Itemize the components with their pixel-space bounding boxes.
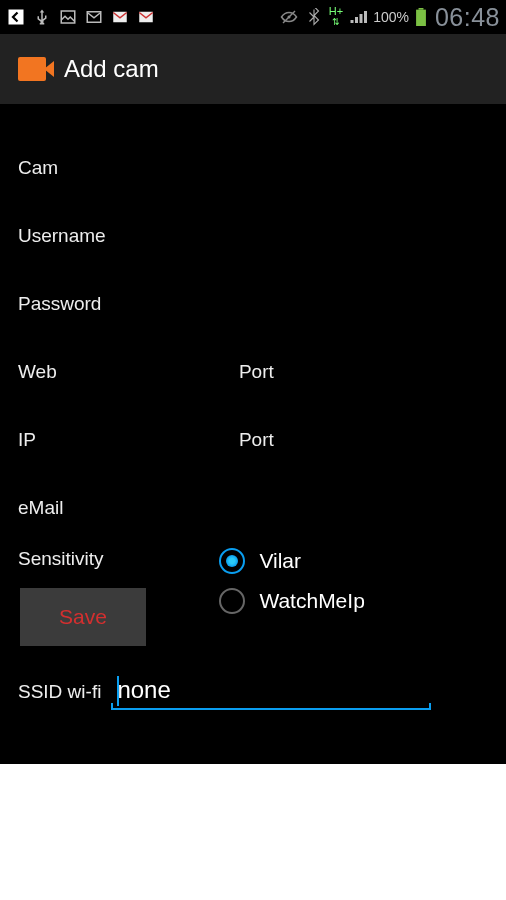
camera-icon [18, 57, 52, 81]
web-port-field[interactable]: Port [239, 361, 488, 383]
password-field[interactable]: Password [18, 270, 488, 338]
usb-icon [32, 7, 52, 27]
ip-port-label: Port [239, 429, 274, 450]
svg-rect-7 [418, 8, 423, 10]
add-cam-form: Cam Username Password Web Port IP Port e… [0, 104, 506, 764]
radio-unselected-icon [219, 588, 245, 614]
ssid-text-input[interactable] [111, 674, 431, 708]
title-bar: Add cam [0, 34, 506, 104]
email-field[interactable]: eMail [18, 474, 488, 542]
email-label: eMail [18, 497, 63, 519]
cam-label: Cam [18, 157, 58, 179]
ssid-label: SSID wi-fi [18, 681, 101, 703]
gmail-icon-2 [136, 7, 156, 27]
sensitivity-label: Sensitivity [18, 548, 104, 569]
web-port-label: Port [239, 361, 274, 382]
username-field[interactable]: Username [18, 202, 488, 270]
bottom-area [0, 764, 506, 900]
gmail-icon [110, 7, 130, 27]
eye-off-icon [279, 7, 299, 27]
password-label: Password [18, 293, 101, 315]
web-label: Web [18, 361, 57, 382]
save-button[interactable]: Save [20, 588, 146, 646]
sensitivity-radio-group: Vilar WatchMeIp [215, 548, 488, 614]
clock-text: 06:48 [435, 3, 500, 32]
web-field[interactable]: Web [18, 361, 239, 383]
radio-vilar[interactable]: Vilar [219, 548, 488, 574]
input-underline [111, 708, 431, 710]
svg-rect-0 [9, 10, 24, 25]
ip-field[interactable]: IP [18, 429, 239, 451]
ip-label: IP [18, 429, 36, 450]
radio-watchmeip-label: WatchMeIp [259, 589, 364, 613]
ssid-input[interactable] [111, 674, 431, 710]
page-title: Add cam [64, 55, 159, 83]
ip-port-field[interactable]: Port [239, 429, 488, 451]
battery-percent: 100% [373, 9, 409, 25]
radio-vilar-label: Vilar [259, 549, 301, 573]
mail-icon [84, 7, 104, 27]
svg-rect-8 [416, 10, 426, 26]
back-arrow-icon [6, 7, 26, 27]
battery-icon [414, 7, 428, 27]
status-bar: H+ ⇅ 100% 06:48 [0, 0, 506, 34]
image-icon [58, 7, 78, 27]
text-cursor [117, 676, 119, 706]
bluetooth-icon [304, 7, 324, 27]
radio-selected-icon [219, 548, 245, 574]
radio-watchmeip[interactable]: WatchMeIp [219, 588, 488, 614]
network-type-icon: H+ ⇅ [329, 7, 343, 27]
cam-field[interactable]: Cam [18, 134, 488, 202]
username-label: Username [18, 225, 106, 247]
signal-icon [348, 7, 368, 27]
